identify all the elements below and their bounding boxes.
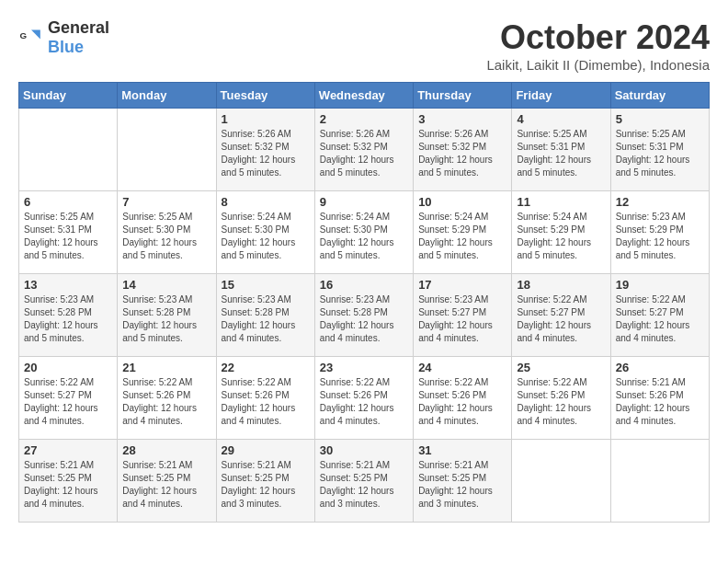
calendar-table: SundayMondayTuesdayWednesdayThursdayFrid…: [18, 82, 710, 523]
day-info: Sunrise: 5:22 AM Sunset: 5:27 PM Dayligh…: [616, 293, 704, 345]
day-number: 24: [418, 361, 506, 374]
day-of-week-header: Saturday: [610, 83, 709, 109]
calendar-cell: [118, 109, 216, 191]
day-info: Sunrise: 5:21 AM Sunset: 5:25 PM Dayligh…: [24, 459, 112, 511]
day-info: Sunrise: 5:23 AM Sunset: 5:27 PM Dayligh…: [418, 293, 506, 345]
calendar-header-row: SundayMondayTuesdayWednesdayThursdayFrid…: [19, 83, 710, 109]
day-info: Sunrise: 5:22 AM Sunset: 5:27 PM Dayligh…: [517, 293, 605, 345]
day-info: Sunrise: 5:22 AM Sunset: 5:26 PM Dayligh…: [320, 376, 408, 428]
calendar-cell: 1Sunrise: 5:26 AM Sunset: 5:32 PM Daylig…: [216, 109, 314, 191]
calendar-cell: 6Sunrise: 5:25 AM Sunset: 5:31 PM Daylig…: [19, 191, 118, 274]
day-number: 17: [418, 278, 506, 292]
calendar-cell: 7Sunrise: 5:25 AM Sunset: 5:30 PM Daylig…: [118, 191, 216, 274]
svg-text:G: G: [19, 30, 27, 40]
day-info: Sunrise: 5:26 AM Sunset: 5:32 PM Dayligh…: [222, 128, 310, 179]
calendar-week-row: 1Sunrise: 5:26 AM Sunset: 5:32 PM Daylig…: [19, 109, 710, 191]
calendar-cell: 18Sunrise: 5:22 AM Sunset: 5:27 PM Dayli…: [512, 274, 610, 357]
day-info: Sunrise: 5:22 AM Sunset: 5:26 PM Dayligh…: [418, 376, 506, 428]
day-info: Sunrise: 5:23 AM Sunset: 5:28 PM Dayligh…: [122, 293, 210, 345]
calendar-cell: 31Sunrise: 5:21 AM Sunset: 5:25 PM Dayli…: [414, 440, 512, 523]
day-number: 12: [616, 195, 704, 209]
day-number: 2: [320, 112, 408, 126]
day-info: Sunrise: 5:25 AM Sunset: 5:31 PM Dayligh…: [616, 128, 704, 179]
calendar-cell: 11Sunrise: 5:24 AM Sunset: 5:29 PM Dayli…: [512, 191, 610, 274]
calendar-week-row: 6Sunrise: 5:25 AM Sunset: 5:31 PM Daylig…: [19, 191, 710, 274]
day-info: Sunrise: 5:21 AM Sunset: 5:25 PM Dayligh…: [320, 459, 408, 511]
day-info: Sunrise: 5:22 AM Sunset: 5:27 PM Dayligh…: [24, 376, 112, 428]
calendar-cell: 15Sunrise: 5:23 AM Sunset: 5:28 PM Dayli…: [216, 274, 314, 357]
calendar-cell: 27Sunrise: 5:21 AM Sunset: 5:25 PM Dayli…: [19, 440, 118, 523]
day-number: 30: [320, 443, 408, 457]
day-number: 15: [222, 278, 310, 292]
svg-marker-1: [31, 30, 40, 40]
day-info: Sunrise: 5:21 AM Sunset: 5:25 PM Dayligh…: [222, 459, 310, 511]
calendar-cell: 17Sunrise: 5:23 AM Sunset: 5:27 PM Dayli…: [414, 274, 512, 357]
calendar-cell: [610, 440, 709, 523]
day-number: 14: [122, 278, 210, 292]
day-info: Sunrise: 5:21 AM Sunset: 5:25 PM Dayligh…: [418, 459, 506, 511]
day-number: 5: [616, 112, 704, 126]
day-number: 19: [616, 278, 704, 292]
calendar-cell: 24Sunrise: 5:22 AM Sunset: 5:26 PM Dayli…: [414, 357, 512, 440]
calendar-cell: 25Sunrise: 5:22 AM Sunset: 5:26 PM Dayli…: [512, 357, 610, 440]
day-number: 26: [616, 361, 704, 374]
day-of-week-header: Tuesday: [216, 83, 314, 109]
day-info: Sunrise: 5:23 AM Sunset: 5:28 PM Dayligh…: [24, 293, 112, 345]
calendar-cell: 13Sunrise: 5:23 AM Sunset: 5:28 PM Dayli…: [19, 274, 118, 357]
day-number: 21: [122, 361, 210, 374]
calendar-cell: 2Sunrise: 5:26 AM Sunset: 5:32 PM Daylig…: [314, 109, 413, 191]
calendar-cell: 8Sunrise: 5:24 AM Sunset: 5:30 PM Daylig…: [216, 191, 314, 274]
month-title: October 2024: [486, 18, 710, 57]
day-number: 18: [517, 278, 605, 292]
calendar-cell: 16Sunrise: 5:23 AM Sunset: 5:28 PM Dayli…: [314, 274, 413, 357]
calendar-week-row: 20Sunrise: 5:22 AM Sunset: 5:27 PM Dayli…: [19, 357, 710, 440]
day-number: 25: [517, 361, 605, 374]
logo-blue: Blue: [48, 38, 84, 56]
day-number: 28: [122, 443, 210, 457]
day-info: Sunrise: 5:21 AM Sunset: 5:25 PM Dayligh…: [122, 459, 210, 511]
day-info: Sunrise: 5:23 AM Sunset: 5:28 PM Dayligh…: [222, 293, 310, 345]
calendar-cell: 12Sunrise: 5:23 AM Sunset: 5:29 PM Dayli…: [610, 191, 709, 274]
day-info: Sunrise: 5:22 AM Sunset: 5:26 PM Dayligh…: [517, 376, 605, 428]
day-number: 13: [24, 278, 112, 292]
calendar-cell: 30Sunrise: 5:21 AM Sunset: 5:25 PM Dayli…: [314, 440, 413, 523]
day-number: 10: [418, 195, 506, 209]
calendar-cell: 10Sunrise: 5:24 AM Sunset: 5:29 PM Dayli…: [414, 191, 512, 274]
day-info: Sunrise: 5:25 AM Sunset: 5:30 PM Dayligh…: [122, 211, 210, 262]
day-number: 11: [517, 195, 605, 209]
day-info: Sunrise: 5:22 AM Sunset: 5:26 PM Dayligh…: [122, 376, 210, 428]
day-info: Sunrise: 5:23 AM Sunset: 5:29 PM Dayligh…: [616, 211, 704, 262]
calendar-cell: 9Sunrise: 5:24 AM Sunset: 5:30 PM Daylig…: [314, 191, 413, 274]
logo: G General Blue: [18, 18, 109, 57]
day-info: Sunrise: 5:24 AM Sunset: 5:29 PM Dayligh…: [418, 211, 506, 262]
calendar-cell: 28Sunrise: 5:21 AM Sunset: 5:25 PM Dayli…: [118, 440, 216, 523]
day-number: 27: [24, 443, 112, 457]
day-number: 3: [418, 112, 506, 126]
calendar-cell: 22Sunrise: 5:22 AM Sunset: 5:26 PM Dayli…: [216, 357, 314, 440]
day-of-week-header: Thursday: [414, 83, 512, 109]
calendar-cell: 23Sunrise: 5:22 AM Sunset: 5:26 PM Dayli…: [314, 357, 413, 440]
calendar-week-row: 13Sunrise: 5:23 AM Sunset: 5:28 PM Dayli…: [19, 274, 710, 357]
day-number: 1: [222, 112, 310, 126]
day-number: 29: [222, 443, 310, 457]
day-info: Sunrise: 5:25 AM Sunset: 5:31 PM Dayligh…: [517, 128, 605, 179]
day-info: Sunrise: 5:25 AM Sunset: 5:31 PM Dayligh…: [24, 211, 112, 262]
day-info: Sunrise: 5:24 AM Sunset: 5:30 PM Dayligh…: [320, 211, 408, 262]
calendar-cell: [512, 440, 610, 523]
day-of-week-header: Sunday: [19, 83, 118, 109]
day-number: 6: [24, 195, 112, 209]
day-number: 31: [418, 443, 506, 457]
day-of-week-header: Monday: [118, 83, 216, 109]
day-number: 8: [222, 195, 310, 209]
calendar-week-row: 27Sunrise: 5:21 AM Sunset: 5:25 PM Dayli…: [19, 440, 710, 523]
calendar-cell: [19, 109, 118, 191]
title-block: October 2024 Laikit, Laikit II (Dimembe)…: [486, 18, 710, 73]
logo-icon: G: [18, 25, 44, 51]
page-header: G General Blue October 2024 Laikit, Laik…: [18, 18, 710, 73]
day-info: Sunrise: 5:23 AM Sunset: 5:28 PM Dayligh…: [320, 293, 408, 345]
day-info: Sunrise: 5:22 AM Sunset: 5:26 PM Dayligh…: [222, 376, 310, 428]
calendar-cell: 29Sunrise: 5:21 AM Sunset: 5:25 PM Dayli…: [216, 440, 314, 523]
day-info: Sunrise: 5:24 AM Sunset: 5:29 PM Dayligh…: [517, 211, 605, 262]
calendar-body: 1Sunrise: 5:26 AM Sunset: 5:32 PM Daylig…: [19, 109, 710, 523]
day-number: 9: [320, 195, 408, 209]
